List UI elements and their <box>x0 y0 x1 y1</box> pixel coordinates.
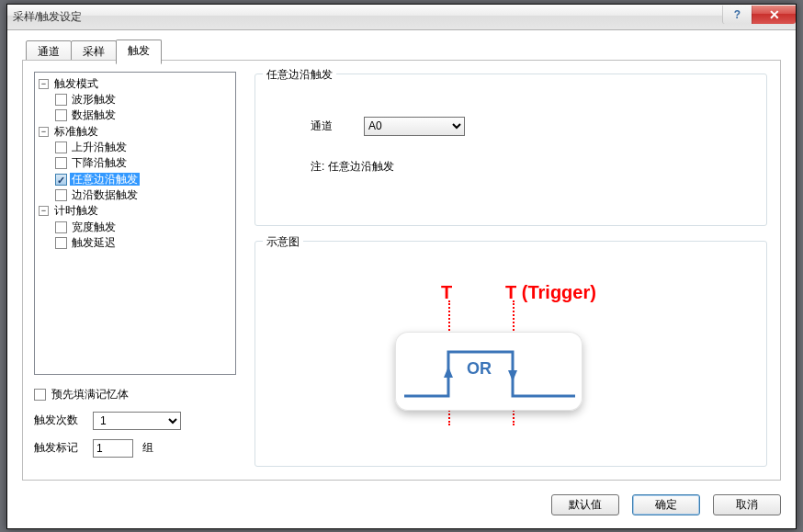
trigger-mark-row: 触发标记 组 <box>34 439 236 458</box>
tree-item-data-trigger[interactable]: 数据触发 <box>55 108 233 123</box>
trigger-diagram: T T (Trigger) OR <box>382 284 639 431</box>
tab-panel-trigger: −触发模式 波形触发 数据触发 −标准触发 上升沿触发 下降沿触发 任意边沿触发… <box>22 60 781 481</box>
or-label: OR <box>467 359 492 379</box>
window-title: 采样/触发设定 <box>13 9 722 25</box>
client-area: 通道 采样 触发 −触发模式 波形触发 数据触发 −标准触发 <box>7 30 796 528</box>
trigger-mark-unit: 组 <box>142 440 153 456</box>
tree-node-standard[interactable]: −标准触发 上升沿触发 下降沿触发 任意边沿触发 边沿数据触发 <box>39 123 233 203</box>
tree-item-waveform-trigger[interactable]: 波形触发 <box>55 92 233 108</box>
tree-item-edge-data[interactable]: 边沿数据触发 <box>55 187 233 203</box>
t-label-1: T <box>441 282 452 303</box>
any-edge-legend: 任意边沿触发 <box>263 67 336 83</box>
checkbox[interactable] <box>55 141 67 153</box>
trigger-mark-input[interactable] <box>93 439 133 458</box>
defaults-button[interactable]: 默认值 <box>551 494 619 515</box>
checkbox[interactable] <box>55 189 67 201</box>
prefill-checkbox[interactable] <box>34 389 46 401</box>
window-controls: ? ✕ <box>722 6 796 24</box>
trigger-mark-label: 触发标记 <box>34 440 93 456</box>
note-text: 注: 任意边沿触发 <box>311 159 394 175</box>
collapse-icon[interactable]: − <box>39 79 49 89</box>
checkbox[interactable] <box>55 157 67 169</box>
trigger-count-select[interactable]: 1 <box>93 412 181 430</box>
trigger-tree[interactable]: −触发模式 波形触发 数据触发 −标准触发 上升沿触发 下降沿触发 任意边沿触发… <box>34 72 236 375</box>
bottom-left-controls: 预先填满记忆体 触发次数 1 触发标记 组 <box>34 387 236 467</box>
diagram-legend: 示意图 <box>263 234 303 250</box>
checkbox-checked[interactable] <box>55 174 67 186</box>
tree-item-rising-edge[interactable]: 上升沿触发 <box>55 140 233 155</box>
close-button[interactable]: ✕ <box>752 6 796 24</box>
title-bar[interactable]: 采样/触发设定 ? ✕ <box>7 5 796 30</box>
diagram-group: 示意图 T T (Trigger) OR <box>254 241 767 467</box>
tree-item-trigger-delay[interactable]: 触发延迟 <box>55 235 233 251</box>
channel-label: 通道 <box>311 119 364 134</box>
dialog-buttons: 默认值 确定 取消 <box>551 494 781 515</box>
prefill-row: 预先填满记忆体 <box>34 387 236 402</box>
close-icon: ✕ <box>769 7 780 22</box>
trigger-count-label: 触发次数 <box>34 413 93 428</box>
checkbox[interactable] <box>55 94 67 106</box>
checkbox[interactable] <box>55 221 67 233</box>
channel-select[interactable]: A0 <box>364 117 465 136</box>
tree-node-timed[interactable]: −计时触发 宽度触发 触发延迟 <box>39 203 233 251</box>
tree-item-falling-edge[interactable]: 下降沿触发 <box>55 155 233 171</box>
checkbox[interactable] <box>55 237 67 249</box>
dialog-window: 采样/触发设定 ? ✕ 通道 采样 触发 −触发模式 波形触发 数据触发 <box>6 4 797 529</box>
cancel-button[interactable]: 取消 <box>713 494 781 515</box>
channel-row: 通道 A0 <box>311 117 465 136</box>
tree-item-any-edge[interactable]: 任意边沿触发 <box>55 171 233 187</box>
note-row: 注: 任意边沿触发 <box>311 159 394 175</box>
collapse-icon[interactable]: − <box>39 206 49 216</box>
tree-node-mode[interactable]: −触发模式 波形触发 数据触发 <box>39 76 233 124</box>
svg-marker-0 <box>444 367 453 378</box>
tab-trigger[interactable]: 触发 <box>116 40 162 64</box>
checkbox[interactable] <box>55 109 67 121</box>
collapse-icon[interactable]: − <box>39 127 49 137</box>
any-edge-group: 任意边沿触发 通道 A0 注: 任意边沿触发 <box>254 74 767 226</box>
ok-button[interactable]: 确定 <box>632 494 700 515</box>
prefill-label: 预先填满记忆体 <box>51 387 129 402</box>
t-label-2: T (Trigger) <box>505 282 596 303</box>
tree-item-width-trigger[interactable]: 宽度触发 <box>55 219 233 234</box>
svg-marker-1 <box>508 370 517 381</box>
help-button[interactable]: ? <box>722 6 752 24</box>
question-icon: ? <box>734 8 741 21</box>
trigger-count-row: 触发次数 1 <box>34 412 236 430</box>
